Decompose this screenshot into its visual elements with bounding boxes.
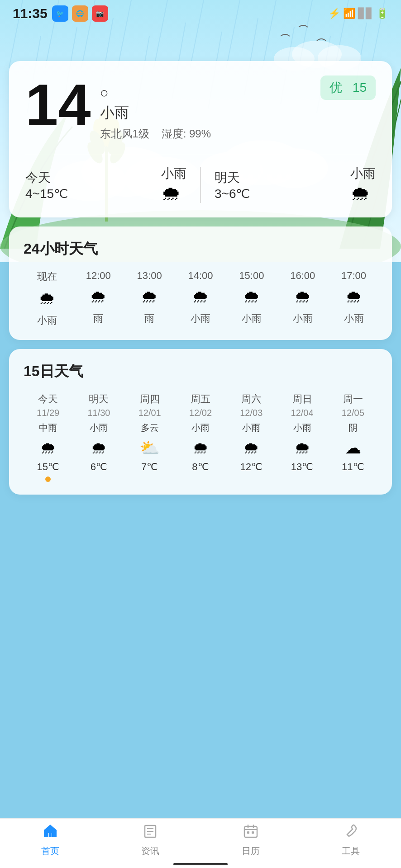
hourly-item: 17:00 🌧 小雨: [330, 270, 377, 327]
daily-desc: 小雨: [277, 422, 326, 434]
nav-label-news: 资讯: [141, 845, 159, 857]
daily-icon: ⛅: [125, 439, 174, 458]
hourly-icon: 🌧: [75, 287, 122, 307]
svg-rect-44: [244, 826, 257, 837]
aqi-badge: 优 15: [320, 75, 376, 100]
daily-item: 周日 12/04 小雨 🌧 13℃: [277, 392, 326, 482]
tomorrow-forecast: 明天 3~6℃ 小雨 🌧: [215, 165, 376, 205]
nav-item-calendar[interactable]: 日历: [242, 823, 260, 857]
bottom-nav: 首页 资讯 日历 工具: [0, 818, 401, 868]
hourly-desc: 雨: [75, 312, 122, 326]
nav-icon-home: [42, 823, 58, 843]
tomorrow-weather-icon: 🌧: [350, 182, 376, 205]
tomorrow-weather-label: 小雨: [350, 165, 376, 182]
hourly-item: 现在 🌧 小雨: [24, 270, 71, 327]
daily-item: 周四 12/01 多云 ⛅ 7℃: [125, 392, 174, 482]
hourly-desc: 雨: [126, 312, 173, 326]
daily-day: 今天: [24, 392, 72, 406]
daily-item: 周一 12/05 阴 ☁ 11℃: [329, 392, 377, 482]
hourly-icon: 🌧: [330, 287, 377, 307]
daily-icon: 🌧: [227, 439, 276, 458]
today-weather-icon: 🌧: [161, 182, 186, 205]
daily-temp: 8℃: [176, 461, 225, 473]
hourly-desc: 小雨: [330, 312, 377, 326]
hourly-weather-card: 24小时天气 现在 🌧 小雨 12:00 🌧 雨 13:00 🌧 雨 14:00…: [9, 226, 392, 340]
hourly-item: 14:00 🌧 小雨: [177, 270, 224, 327]
daily-item: 明天 11/30 小雨 🌧 6℃: [74, 392, 123, 482]
daily-date: 12/05: [329, 408, 377, 418]
daily-desc: 小雨: [74, 422, 123, 434]
news-icon: [142, 823, 158, 839]
tomorrow-temp: 3~6℃: [215, 186, 250, 201]
daily-date: 12/02: [176, 408, 225, 418]
nav-icon-news: [142, 823, 158, 843]
daily-item: 周五 12/02 小雨 🌧 8℃: [176, 392, 225, 482]
nav-icon-calendar: [243, 823, 259, 843]
daily-date: 12/01: [125, 408, 174, 418]
status-icons: ⚡ 📶 ▊▊ 🔋: [328, 8, 388, 19]
daily-icon: 🌧: [74, 439, 123, 458]
hourly-item: 13:00 🌧 雨: [126, 270, 173, 327]
daily-temp: 12℃: [227, 461, 276, 473]
hourly-desc: 小雨: [228, 312, 275, 326]
daily-item: 周六 12/03 小雨 🌧 12℃: [227, 392, 276, 482]
nav-item-home[interactable]: 首页: [41, 823, 59, 857]
daily-day: 周六: [227, 392, 276, 406]
tools-icon: [343, 823, 359, 839]
bluetooth-icon: ⚡: [328, 8, 340, 19]
temperature-value: 14: [25, 75, 91, 134]
wifi-icon: 📶: [343, 8, 355, 19]
hourly-grid: 现在 🌧 小雨 12:00 🌧 雨 13:00 🌧 雨 14:00 🌧 小雨 1…: [24, 270, 377, 327]
svg-rect-49: [252, 831, 254, 834]
daily-temp: 13℃: [277, 461, 326, 473]
app-icon-1: 🐦: [52, 5, 68, 22]
daily-temp: 7℃: [125, 461, 174, 473]
weather-circle: ○: [100, 85, 320, 101]
battery-icon: 🔋: [376, 8, 388, 19]
home-icon: [42, 823, 58, 839]
hourly-desc: 小雨: [279, 312, 326, 326]
daily-date: 11/29: [24, 408, 72, 418]
daily-date: 12/03: [227, 408, 276, 418]
humidity-info: 湿度: 99%: [162, 127, 211, 140]
nav-label-calendar: 日历: [242, 845, 260, 857]
hourly-time: 16:00: [279, 270, 326, 282]
temp-row: 14 ○ 小雨 东北风1级 湿度: 99% 优 15: [25, 75, 376, 141]
daily-desc: 小雨: [176, 422, 225, 434]
aqi-label: 优: [329, 80, 342, 94]
hourly-icon: 🌧: [228, 287, 275, 307]
daily-icon: ☁: [329, 439, 377, 458]
hourly-icon: 🌧: [279, 287, 326, 307]
app-icons: 🐦 🌐 📷: [52, 5, 108, 22]
hourly-desc: 小雨: [177, 312, 224, 326]
daily-temp: 6℃: [74, 461, 123, 473]
home-indicator: [173, 863, 228, 865]
weather-description: 小雨: [100, 103, 320, 123]
signal-icon: ▊▊: [358, 8, 373, 19]
svg-line-50: [347, 835, 349, 836]
nav-item-news[interactable]: 资讯: [141, 823, 159, 857]
daily-desc: 多云: [125, 422, 174, 434]
weather-detail: 东北风1级 湿度: 99%: [100, 127, 320, 141]
nav-icon-tools: [343, 823, 359, 843]
app-icon-3: 📷: [92, 5, 108, 22]
daily-day: 周日: [277, 392, 326, 406]
hourly-item: 16:00 🌧 小雨: [279, 270, 326, 327]
daily-day: 明天: [74, 392, 123, 406]
nav-label-home: 首页: [41, 845, 59, 857]
today-temp: 4~15℃: [25, 186, 68, 201]
nav-item-tools[interactable]: 工具: [342, 823, 360, 857]
hourly-title: 24小时天气: [24, 239, 377, 259]
hourly-time: 12:00: [75, 270, 122, 282]
status-bar: 11:35 🐦 🌐 📷 ⚡ 📶 ▊▊ 🔋: [0, 0, 401, 25]
weather-info: ○ 小雨 东北风1级 湿度: 99%: [100, 75, 320, 141]
daily-weather-card: 15日天气 今天 11/29 中雨 🌧 15℃ 明天 11/30 小雨 🌧 6℃…: [9, 349, 392, 495]
forecast-divider: [200, 167, 201, 203]
daily-icon: 🌧: [176, 439, 225, 458]
daily-temp: 11℃: [329, 461, 377, 473]
hourly-item: 15:00 🌧 小雨: [228, 270, 275, 327]
today-weather-label: 小雨: [161, 165, 186, 182]
main-content: 14 ○ 小雨 东北风1级 湿度: 99% 优 15 今天: [0, 61, 401, 513]
daily-temp: 15℃: [24, 461, 72, 473]
daily-desc: 小雨: [227, 422, 276, 434]
